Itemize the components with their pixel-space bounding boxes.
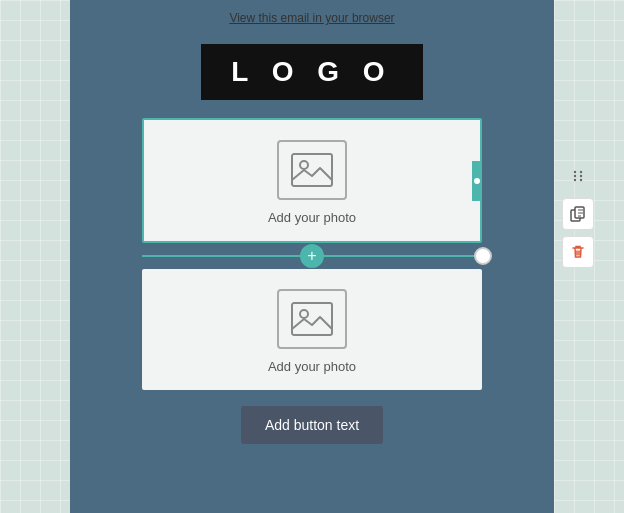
add-button-text[interactable]: Add button text (241, 406, 383, 444)
svg-point-4 (574, 171, 576, 173)
svg-rect-0 (292, 154, 332, 186)
svg-point-1 (300, 161, 308, 169)
delete-button[interactable] (562, 236, 594, 268)
add-block-button[interactable]: + (300, 244, 324, 268)
block1-wrapper: Add your photo (70, 118, 554, 243)
logo-area: L O G O (70, 34, 554, 118)
email-canvas: View this email in your browser L O G O … (70, 0, 554, 513)
svg-point-5 (580, 171, 582, 173)
right-gutter (554, 0, 624, 513)
resize-handle[interactable] (474, 247, 492, 265)
drag-icon (570, 168, 586, 184)
svg-point-9 (580, 179, 582, 181)
logo-box: L O G O (201, 44, 422, 100)
left-gutter (0, 0, 70, 513)
image-icon-2 (290, 301, 334, 337)
photo-placeholder-1 (277, 140, 347, 200)
drag-reorder-button[interactable] (562, 160, 594, 192)
block2-wrapper: Add your photo (70, 269, 554, 390)
view-email-link[interactable]: View this email in your browser (229, 11, 394, 25)
add-block-divider: + (70, 245, 554, 267)
svg-point-8 (574, 179, 576, 181)
svg-point-3 (300, 310, 308, 318)
duplicate-button[interactable] (562, 198, 594, 230)
photo-label-1: Add your photo (268, 210, 356, 225)
block-toolbar (562, 160, 594, 268)
trash-icon (570, 244, 586, 260)
photo-placeholder-2 (277, 289, 347, 349)
image-icon-1 (290, 152, 334, 188)
svg-point-6 (574, 175, 576, 177)
add-icon: + (307, 248, 316, 264)
image-block-1[interactable]: Add your photo (142, 118, 482, 243)
view-email-header: View this email in your browser (70, 0, 554, 34)
image-block-2[interactable]: Add your photo (142, 269, 482, 390)
svg-rect-2 (292, 303, 332, 335)
drag-handle-dot-1 (474, 178, 480, 184)
drag-handle-1[interactable] (472, 161, 482, 201)
main-layout: View this email in your browser L O G O … (0, 0, 624, 513)
photo-label-2: Add your photo (268, 359, 356, 374)
svg-point-7 (580, 175, 582, 177)
copy-icon (570, 206, 586, 222)
logo-text: L O G O (231, 56, 392, 88)
